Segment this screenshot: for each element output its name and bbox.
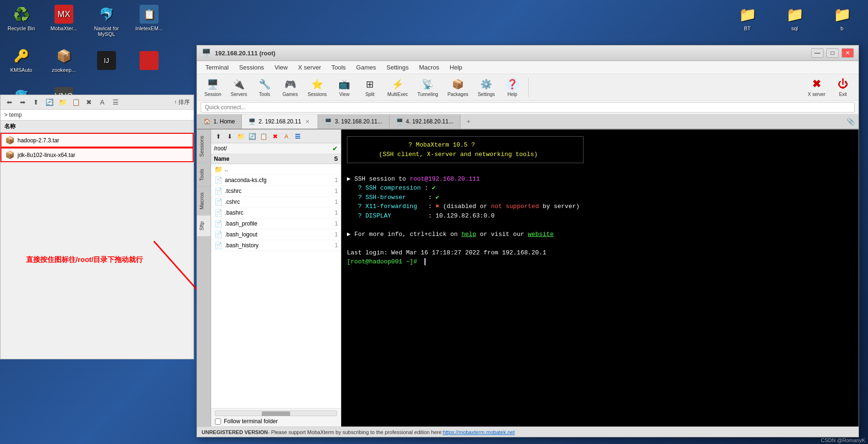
sftp-bash-profile-icon: 📄: [214, 220, 222, 227]
sftp-item-anaconda[interactable]: 📄 anaconda-ks.cfg 1: [211, 175, 341, 186]
terminal-more-info: ▶ For more info, ctrl+click on help or v…: [347, 230, 853, 239]
tab-3[interactable]: 🖥️ 3. 192.168.20.11...: [318, 114, 389, 129]
menu-settings[interactable]: Settings: [382, 62, 414, 73]
sftp-item-dotdot[interactable]: 📁 ..: [211, 164, 341, 175]
sidebar-tab-sftp[interactable]: Sftp: [197, 215, 211, 236]
menu-games[interactable]: Games: [352, 62, 381, 73]
terminal-ssh-compression: ? SSH compression : ✔: [347, 183, 853, 193]
icon-mobaxterm[interactable]: MX MobaXter...: [47, 5, 80, 37]
folder-sql[interactable]: 📁 sql: [778, 5, 811, 31]
terminal-cursor: [421, 258, 425, 265]
folder-bt[interactable]: 📁 BT: [731, 5, 764, 31]
sftp-item-bash-profile[interactable]: 📄 .bash_profile 1: [211, 218, 341, 229]
menu-xserver[interactable]: X server: [293, 62, 326, 73]
close-button[interactable]: ✕: [841, 48, 854, 58]
terminal-welcome-line2: (SSH client, X-server and networking too…: [353, 150, 577, 159]
sidebar: Sessions Tools Macros Sftp: [197, 130, 211, 427]
sftp-item-bash-logout[interactable]: 📄 .bash_logout 1: [211, 229, 341, 240]
toolbar-tools[interactable]: 🔧 Tools: [253, 76, 276, 98]
sftp-scrollbar[interactable]: [215, 410, 337, 416]
toolbar-exit[interactable]: ⏻ Exit: [831, 76, 855, 98]
menu-view[interactable]: View: [270, 62, 292, 73]
menu-help[interactable]: Help: [445, 62, 467, 73]
toolbar-xserver[interactable]: ✖ X server: [804, 76, 829, 98]
toolbar-right: ✖ X server ⏻ Exit: [804, 76, 855, 98]
sftp-item-bashrc[interactable]: 📄 .bashrc 1: [211, 208, 341, 218]
fe-btn-up[interactable]: ⬆: [31, 97, 41, 107]
minimize-button[interactable]: —: [811, 48, 824, 58]
icon-ij[interactable]: IJ: [90, 51, 123, 73]
quick-connect-input[interactable]: [201, 102, 855, 113]
tab-3-label: 3. 192.168.20.11...: [335, 118, 382, 125]
sftp-btn-download[interactable]: ⬇: [224, 131, 235, 141]
toolbar-sessions[interactable]: ⭐ Sessions: [304, 76, 331, 98]
sftp-btn-new-folder[interactable]: 📁: [236, 131, 246, 141]
sftp-btn-more[interactable]: ☰: [292, 131, 303, 141]
fe-btn-copy[interactable]: 📋: [71, 97, 81, 107]
fe-btn-rename[interactable]: A: [97, 97, 107, 107]
toolbar-games[interactable]: 🎮 Games: [278, 76, 302, 98]
toolbar-split[interactable]: ⊞ Split: [358, 76, 382, 98]
menu-macros[interactable]: Macros: [414, 62, 444, 73]
sidebar-tab-sessions[interactable]: Sessions: [197, 130, 211, 163]
sftp-btn-copy[interactable]: 📋: [258, 131, 269, 141]
fe-btn-folder[interactable]: 📁: [57, 97, 68, 107]
fe-btn-back[interactable]: ⬅: [4, 97, 15, 107]
toolbar-packages[interactable]: 📦 Packages: [444, 76, 472, 98]
tab-home[interactable]: 🏠 1. Home: [197, 114, 242, 129]
sftp-bashrc-icon: 📄: [214, 209, 222, 217]
maximize-button[interactable]: □: [826, 48, 839, 58]
icon-recycle-bin[interactable]: ♻️ Recycle Bin: [5, 5, 38, 37]
sftp-item-bash-history[interactable]: 📄 .bash_history 1: [211, 240, 341, 251]
tools-icon: 🔧: [258, 78, 271, 91]
menu-tools[interactable]: Tools: [327, 62, 350, 73]
sidebar-tab-tools[interactable]: Tools: [197, 163, 211, 187]
sftp-btn-rename[interactable]: A: [281, 131, 292, 141]
sftp-current-path: /root/: [214, 145, 227, 152]
desktop-icons-area: ♻️ Recycle Bin MX MobaXter... 🐬 Navicat …: [5, 5, 194, 108]
sidebar-tab-macros[interactable]: Macros: [197, 186, 211, 215]
fe-file-item-hadoop[interactable]: 📦 hadoop-2.7.3.tar: [0, 133, 194, 148]
toolbar-settings[interactable]: ⚙️ Settings: [474, 76, 498, 98]
sftp-btn-delete[interactable]: ✖: [270, 131, 280, 141]
terminal-area[interactable]: ? MobaXterm 10.5 ? (SSH client, X-server…: [341, 130, 859, 427]
sftp-panel: ⬆ ⬇ 📁 🔄 📋 ✖ A ☰ /root/ ✔ Name S: [211, 130, 341, 427]
sftp-item-tcshrc[interactable]: 📄 .tcshrc 1: [211, 186, 341, 197]
folder-b[interactable]: 📁 b: [825, 5, 859, 31]
fe-file-item-jdk[interactable]: 📦 jdk-8u102-linux-x64.tar: [0, 148, 194, 162]
fe-btn-forward[interactable]: ➡: [18, 97, 28, 107]
icon-kmsauto[interactable]: 🔑 KMSAuto: [5, 46, 38, 73]
toolbar-servers[interactable]: 🔌 Servers: [227, 76, 251, 98]
sftp-anaconda-name: anaconda-ks.cfg: [225, 177, 266, 183]
toolbar-tunneling[interactable]: 📡 Tunneling: [414, 76, 442, 98]
file-explorer-toolbar: ⬅ ➡ ⬆ 🔄 📁 📋 ✖ A ☰ ↑ 排序: [0, 95, 194, 110]
follow-terminal-folder-checkbox[interactable]: [215, 418, 221, 425]
terminal-welcome-border: ? MobaXterm 10.5 ? (SSH client, X-server…: [347, 134, 853, 165]
fe-btn-refresh[interactable]: 🔄: [44, 97, 54, 107]
tab-2-close[interactable]: ✕: [304, 118, 311, 125]
fe-file-icon-jdk: 📦: [5, 150, 15, 159]
menu-sessions[interactable]: Sessions: [234, 62, 269, 73]
tab-4[interactable]: 🖥️ 4. 192.168.20.11...: [390, 114, 461, 129]
fe-btn-delete[interactable]: ✖: [84, 97, 94, 107]
icon-inletexem[interactable]: 📋 InletexEM...: [133, 5, 166, 37]
fe-col-name: 名称: [4, 122, 16, 131]
tab-add-button[interactable]: ＋: [461, 114, 477, 129]
icon-navicat[interactable]: 🐬 Navicat forMySQL: [90, 5, 123, 37]
icon-red-app[interactable]: [133, 51, 166, 73]
toolbar-help[interactable]: ❓ Help: [501, 76, 524, 98]
fe-sort-btn[interactable]: ↑ 排序: [174, 98, 190, 106]
sftp-btn-upload[interactable]: ⬆: [213, 131, 223, 141]
fe-btn-more[interactable]: ☰: [110, 97, 121, 107]
zookeeper-label: zookeep...: [52, 67, 76, 73]
sftp-item-cshrc[interactable]: 📄 .cshrc 1: [211, 197, 341, 208]
toolbar-view[interactable]: 📺 View: [333, 76, 356, 98]
icon-zookeeper[interactable]: 📦 zookeep...: [47, 46, 80, 73]
sftp-btn-refresh[interactable]: 🔄: [247, 131, 257, 141]
tab-2[interactable]: 🖥️ 2. 192.168.20.11 ✕: [242, 114, 318, 130]
status-support-link[interactable]: https://mobaxterm.mobatek.net: [443, 429, 515, 435]
menu-terminal[interactable]: Terminal: [201, 62, 233, 73]
fe-file-name-hadoop: hadoop-2.7.3.tar: [18, 137, 59, 144]
toolbar-multiexec[interactable]: ⚡ MultiExec: [384, 76, 412, 98]
toolbar-session[interactable]: 🖥️ Session: [201, 76, 225, 98]
